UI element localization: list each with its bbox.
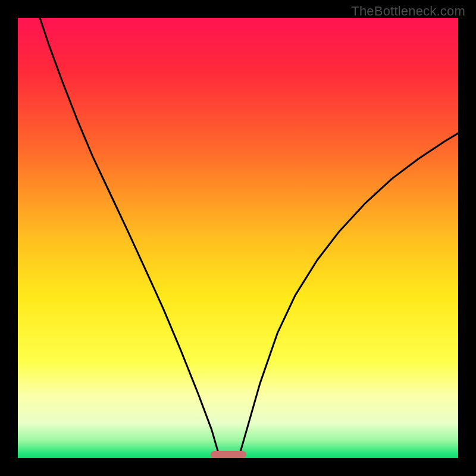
chart-frame: TheBottleneck.com [0,0,476,476]
curves-svg [18,18,458,458]
watermark-text: TheBottleneck.com [351,4,465,19]
plot-area [18,18,458,458]
minimum-marker [211,451,246,458]
right-curve [240,133,458,454]
left-curve [40,18,218,454]
